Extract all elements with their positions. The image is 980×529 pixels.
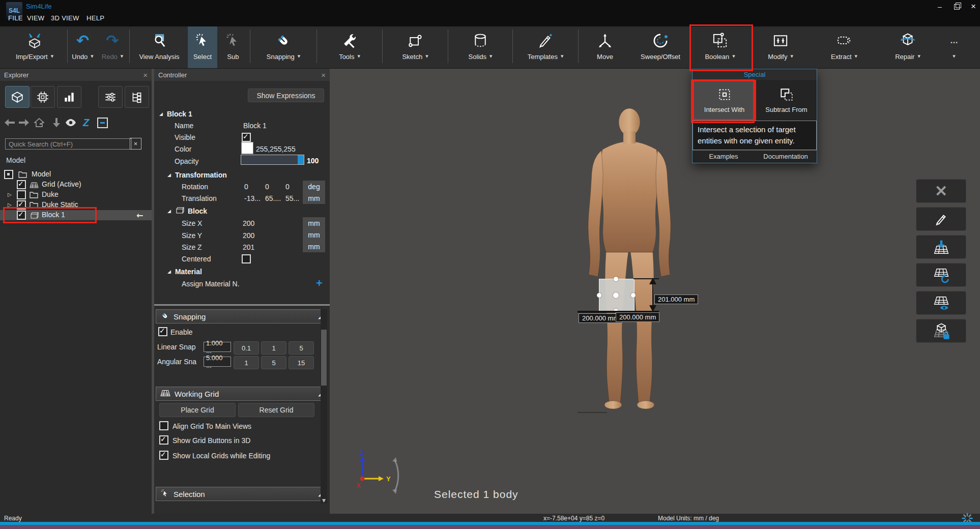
size-z-value[interactable]: 201 [243, 242, 254, 253]
tree-item-block-1[interactable]: Block 1 ← [0, 210, 152, 220]
tree-item-duke-static[interactable]: ▷ Duke Static [0, 200, 152, 210]
handle-top[interactable] [614, 277, 618, 281]
toolbar-button-modify[interactable]: Modify▼ [750, 26, 812, 68]
add-material-button[interactable]: + [316, 278, 323, 288]
toolbar-button-repair[interactable]: Repair▼ [877, 26, 939, 68]
search-input[interactable] [5, 138, 132, 150]
angular-preset-15[interactable]: 15 [289, 356, 314, 369]
checkbox-checked[interactable] [17, 200, 26, 210]
translation-y[interactable]: 65.... [265, 193, 281, 204]
chevron-down-icon[interactable]: ▼ [51, 54, 53, 58]
linear-snap-input[interactable]: 1.000 ... [204, 342, 231, 352]
chevron-down-icon[interactable]: ▼ [91, 54, 93, 58]
block-geometry-group-header[interactable]: ◢ Block [167, 205, 207, 217]
visibility-button[interactable] [65, 117, 76, 128]
translation-x[interactable]: -13... [244, 193, 261, 204]
chevron-down-icon[interactable]: ▼ [298, 54, 300, 58]
chevron-down-icon[interactable]: ▼ [790, 54, 793, 58]
axis-gizmo[interactable]: Z Y X [351, 449, 407, 503]
expand-icon[interactable]: ▷ [8, 202, 12, 208]
block1-group-header[interactable]: ◢Block 1 [159, 108, 192, 120]
chevron-down-icon[interactable]: ▼ [489, 54, 492, 58]
minimize-button[interactable]: – [934, 2, 945, 11]
expand-icon[interactable]: ▷ [8, 192, 12, 197]
checkbox-unchecked[interactable] [17, 190, 26, 199]
toolbar-button-view-analysis[interactable]: View Analysis [131, 26, 188, 68]
menu-view[interactable]: VIEW [27, 14, 44, 22]
menu-3d-view[interactable]: 3D VIEW [51, 14, 79, 22]
checkbox-partial[interactable] [4, 170, 13, 179]
angular-snap-input[interactable]: 5.000 ... [204, 357, 231, 367]
menu-file[interactable]: FILE [8, 14, 23, 22]
close-icon[interactable]: × [321, 71, 326, 79]
collapse-icon[interactable]: ◢ [167, 172, 171, 178]
checkbox-checked[interactable] [17, 211, 26, 220]
menu-item-subtract-from[interactable]: Subtract From [756, 80, 817, 121]
chevron-down-icon[interactable]: ▼ [917, 54, 920, 58]
explorer-tab-model[interactable] [5, 86, 30, 108]
zoom-to-button[interactable]: Z [80, 117, 92, 128]
align-grid-checkbox[interactable] [159, 421, 168, 430]
show-expressions-button[interactable]: Show Expressions [248, 89, 324, 102]
nav-home-button[interactable] [34, 117, 45, 128]
handle-center[interactable] [613, 292, 619, 298]
collapse-icon[interactable]: ◢ [159, 111, 163, 116]
clear-search-button[interactable]: × [130, 138, 141, 150]
toolbar-button-boolean[interactable]: Boolean▼ [690, 26, 750, 68]
menu-item-intersect-with[interactable]: Intersect With [693, 80, 756, 121]
menu-help[interactable]: HELP [87, 14, 104, 22]
grid-buttons-3d-checkbox[interactable] [159, 435, 168, 445]
tree-item-duke[interactable]: ▷ Duke [0, 190, 152, 200]
handle-right[interactable] [631, 293, 636, 298]
link-back-arrow-icon[interactable]: ← [136, 211, 143, 220]
linear-preset-5[interactable]: 5 [289, 341, 314, 355]
nav-goto-button[interactable] [51, 117, 62, 128]
working-grid-section-header[interactable]: Working Grid◢ [156, 387, 327, 401]
cancel-grid-button[interactable]: ✕ [916, 179, 966, 203]
toolbar-button-sub[interactable]: Sub [217, 26, 249, 68]
chevron-down-icon[interactable]: ▼ [357, 54, 360, 58]
tree-item-grid[interactable]: Grid (Active) [0, 180, 152, 190]
edit-grid-button[interactable] [916, 207, 966, 231]
toolbar-button-imp-export[interactable]: Imp/Export▼ [3, 26, 66, 68]
material-group-header[interactable]: ◢Material [167, 266, 202, 277]
snapping-enable-checkbox[interactable] [158, 327, 167, 336]
size-y-value[interactable]: 200 [243, 230, 254, 241]
transformation-group-header[interactable]: ◢Transformation [167, 169, 227, 181]
toolbar-button-sketch[interactable]: Sketch▼ [384, 26, 447, 68]
toolbar-button-solids[interactable]: Solids▼ [449, 26, 511, 68]
linear-preset-1[interactable]: 1 [261, 341, 286, 355]
chevron-down-icon[interactable]: ▼ [121, 54, 123, 58]
place-grid-button[interactable]: Place Grid [159, 403, 236, 417]
reset-grid-button[interactable]: Reset Grid [238, 403, 314, 417]
angular-preset-5[interactable]: 5 [261, 356, 286, 369]
explorer-hierarchy-button[interactable] [125, 86, 149, 108]
place-grid-3d-button[interactable] [916, 235, 966, 259]
visible-checkbox[interactable] [242, 133, 251, 142]
scrollbar-thumb[interactable] [321, 330, 327, 386]
menu-documentation-link[interactable]: Documentation [755, 151, 817, 163]
tree-item-model[interactable]: Model [0, 169, 152, 180]
scrollbar[interactable] [321, 309, 327, 504]
opacity-slider[interactable] [241, 155, 304, 165]
menu-examples-link[interactable]: Examples [693, 151, 755, 163]
snapping-section-header[interactable]: Snapping◢ [156, 309, 327, 324]
toolbar-button-templates[interactable]: Templates▼ [514, 26, 577, 68]
angular-preset-1[interactable]: 1 [234, 356, 259, 369]
rotation-y[interactable]: 0 [265, 181, 269, 192]
toolbar-button-undo[interactable]: ↶ Undo▼ [69, 26, 97, 68]
rotation-x[interactable]: 0 [244, 181, 248, 192]
local-grids-checkbox[interactable] [159, 451, 168, 460]
human-body-model[interactable] [553, 107, 706, 412]
viewport-3d[interactable]: 200.000 mm 200.000 mm 201.000 mm Z Y X S… [331, 69, 980, 514]
show-grid-button[interactable] [916, 291, 966, 315]
toolbar-button-redo[interactable]: ↷ Redo▼ [97, 26, 128, 68]
scroll-down-arrow[interactable]: ▼ [321, 497, 327, 504]
close-icon[interactable]: × [143, 71, 148, 79]
lock-grid-button[interactable] [916, 319, 966, 343]
toolbar-button-snapping[interactable]: Snapping▼ [251, 26, 315, 68]
toolbar-button-tools[interactable]: Tools▼ [318, 26, 381, 68]
chevron-down-icon[interactable]: ▼ [953, 54, 955, 58]
chevron-down-icon[interactable]: ▼ [732, 54, 735, 58]
color-swatch[interactable] [241, 142, 253, 154]
